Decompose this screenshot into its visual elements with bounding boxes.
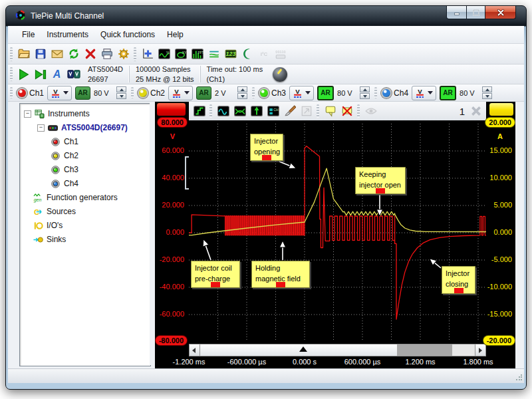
delete-callouts-icon[interactable]: [338, 103, 355, 120]
voltage-axis-unit: V: [170, 132, 175, 140]
close-button[interactable]: [485, 6, 516, 19]
maximize-button[interactable]: [467, 6, 485, 19]
menu-item-quick-functions[interactable]: Quick functions: [94, 27, 161, 42]
open-icon[interactable]: [15, 46, 32, 63]
range-down-button[interactable]: [360, 93, 370, 99]
range-down-button[interactable]: [237, 93, 247, 99]
align-signals-icon[interactable]: [205, 46, 222, 63]
scroll-left-button[interactable]: [190, 344, 200, 356]
callout-holding-magnetic-field[interactable]: Holding magnetic field: [251, 261, 310, 288]
callout-injector-coil-pre-charge[interactable]: Injector coil pre-charge: [191, 261, 240, 288]
signal-style-icon[interactable]: [215, 103, 231, 120]
callout-injector-opening[interactable]: Injector opening: [250, 134, 283, 161]
vertical-autoscale-icon[interactable]: [248, 103, 265, 120]
tree-item-function-generators[interactable]: genFunction generators: [33, 192, 118, 203]
range-down-button[interactable]: [482, 93, 492, 99]
callout-injector-closing[interactable]: Injector closing: [442, 266, 475, 294]
tree-item-sinks[interactable]: Sinks: [33, 233, 66, 245]
tree-item-instruments[interactable]: −Instruments: [24, 108, 90, 120]
panel-splitter[interactable]: [150, 103, 155, 365]
autorange-button-ch4[interactable]: AR: [440, 86, 456, 100]
coupling-button-ch4[interactable]: V: [412, 86, 436, 100]
start-button-icon[interactable]: [15, 66, 32, 82]
range-up-button[interactable]: [116, 86, 126, 92]
coupling-dropdown-icon[interactable]: [63, 91, 68, 94]
coupling-dropdown-icon[interactable]: [428, 91, 433, 94]
settings-gear-icon[interactable]: [115, 46, 132, 63]
add-callout-icon[interactable]: [322, 103, 338, 120]
coupling-button-ch3[interactable]: V: [289, 86, 314, 100]
current-axis-min[interactable]: -20.000: [483, 336, 515, 345]
voltage-axis-tick: 60.000: [162, 146, 184, 154]
autorange-button-ch3[interactable]: AR: [317, 86, 334, 100]
plot-area[interactable]: [189, 124, 486, 342]
toolbar-grip[interactable]: [10, 47, 13, 61]
add-graph-icon[interactable]: [139, 46, 156, 63]
source-list-icon[interactable]: CH: [265, 103, 281, 120]
range-up-button[interactable]: [360, 86, 370, 92]
scrollbar-track[interactable]: [200, 344, 475, 356]
scroll-right-button[interactable]: [475, 344, 485, 356]
tree-item-ch4[interactable]: Ch4: [51, 178, 78, 190]
coupling-dropdown-icon[interactable]: [184, 91, 190, 94]
tree-item-ch2[interactable]: Ch2: [51, 150, 78, 162]
tree-item-sources[interactable]: CSources: [33, 205, 76, 217]
callout-keeping-injector-open[interactable]: Keeping injector open: [355, 167, 406, 194]
current-axis-header[interactable]: [489, 102, 514, 116]
menu-item-help[interactable]: Help: [161, 27, 190, 42]
fft-graph-icon[interactable]: FFT: [189, 46, 205, 63]
range-up-button[interactable]: [237, 86, 247, 92]
graph-mode-icon[interactable]: [191, 103, 207, 120]
tree-item-ats5004d-26697[interactable]: −ATS5004D(26697): [37, 122, 128, 134]
voltage-axis-max[interactable]: 80.000: [158, 118, 187, 127]
scrollbar-thumb[interactable]: [200, 344, 398, 356]
delete-icon[interactable]: [82, 46, 98, 63]
range-down-button[interactable]: [116, 93, 126, 99]
toolbar-grip[interactable]: [209, 104, 212, 118]
multimeter-icon[interactable]: [65, 66, 82, 82]
menu-item-file[interactable]: File: [16, 27, 41, 42]
toolbar-grip[interactable]: [252, 87, 255, 99]
autosetup-icon[interactable]: A: [49, 66, 65, 82]
refresh-icon[interactable]: [65, 46, 82, 63]
range-up-button[interactable]: [482, 86, 492, 92]
email-icon[interactable]: [49, 46, 65, 63]
coupling-dropdown-icon[interactable]: [305, 91, 311, 94]
paintbrush-icon[interactable]: [281, 103, 298, 120]
toolbar-grip[interactable]: [374, 87, 377, 99]
channel-toolbar: Ch1 V AR80 VCh2 V AR2 VCh3 V AR80 VCh4 V…: [8, 84, 524, 102]
toolbar-grip[interactable]: [357, 104, 360, 118]
coupling-button-ch1[interactable]: V: [47, 86, 72, 100]
timeout-knob[interactable]: [273, 67, 287, 82]
minimize-button[interactable]: [446, 6, 467, 19]
voltage-axis-header[interactable]: [156, 102, 186, 116]
trigger-settings: Time out: 100 ms (Ch1): [200, 66, 269, 82]
toolbar-grip[interactable]: [317, 104, 319, 118]
autorange-button-ch1[interactable]: AR: [75, 86, 90, 100]
print-icon[interactable]: [98, 46, 115, 63]
tree-item-i-o-s[interactable]: I/O's: [33, 219, 63, 231]
tree-item-ch1[interactable]: Ch1: [51, 136, 78, 148]
oneshot-button-icon[interactable]: [32, 66, 49, 82]
current-axis-max[interactable]: 20.000: [485, 118, 515, 127]
meter-icon[interactable]: 123: [222, 46, 239, 63]
tree-expander-icon[interactable]: −: [24, 110, 31, 118]
current-axis-tick: -5.000: [491, 255, 512, 263]
resize-grip[interactable]: [515, 374, 522, 381]
coupling-button-ch2[interactable]: V: [168, 86, 193, 100]
yt-graph-icon[interactable]: Yt: [156, 46, 172, 63]
voltage-axis-min[interactable]: -80.000: [156, 336, 187, 345]
toolbar-grip[interactable]: [10, 67, 13, 80]
menu-item-instruments[interactable]: Instruments: [41, 27, 94, 42]
toolbar-grip[interactable]: [134, 47, 136, 61]
night-mode-icon[interactable]: [239, 46, 255, 63]
toolbar-grip[interactable]: [10, 87, 13, 99]
close-graph-button[interactable]: [467, 103, 484, 120]
toolbar-grip[interactable]: [131, 87, 134, 99]
tree-expander-icon[interactable]: −: [37, 124, 45, 132]
tree-item-ch3[interactable]: Ch3: [51, 164, 78, 176]
envelope-icon[interactable]: [231, 103, 248, 120]
autorange-button-ch2[interactable]: AR: [196, 86, 211, 100]
xy-graph-icon[interactable]: XY: [172, 46, 189, 63]
save-icon[interactable]: [32, 46, 49, 63]
